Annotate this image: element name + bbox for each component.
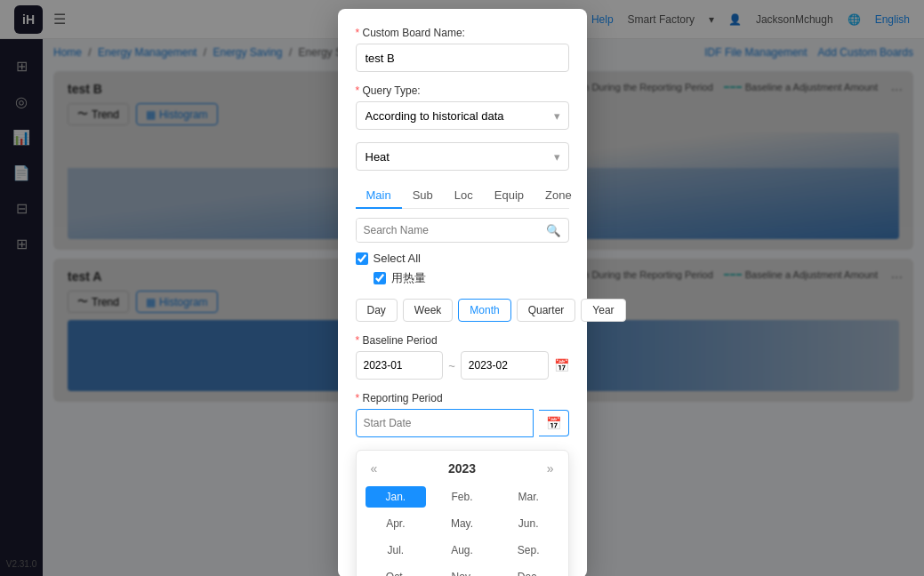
energy-type-select-wrap: Heat ▾: [356, 142, 569, 171]
board-name-label: * Custom Board Name:: [356, 27, 569, 39]
energy-type-group: Heat ▾: [356, 142, 569, 171]
period-year[interactable]: Year: [581, 299, 625, 322]
month-grid: Jan.Feb.Mar.Apr.May.Jun.Jul.Aug.Sep.Oct.…: [366, 486, 559, 576]
board-name-group: * Custom Board Name:: [356, 27, 569, 72]
month-cell-dec[interactable]: Dec.: [498, 566, 559, 576]
tab-zone[interactable]: Zone: [534, 183, 583, 209]
query-type-label: * Query Type:: [356, 84, 569, 97]
reporting-start-input[interactable]: [356, 409, 534, 437]
query-type-select-wrap: According to historical data ▾: [356, 101, 569, 130]
period-buttons: Day Week Month Quarter Year: [356, 299, 569, 322]
baseline-start-input[interactable]: [356, 351, 444, 380]
month-cell-jun[interactable]: Jun.: [498, 513, 559, 534]
month-cell-jul[interactable]: Jul.: [366, 540, 427, 561]
baseline-end-wrap: [461, 351, 549, 380]
year-picker-header: « 2023 »: [366, 460, 559, 477]
filter-tabs: Main Sub Loc Equip Zone: [356, 183, 569, 209]
period-week[interactable]: Week: [403, 299, 453, 322]
calendar-icon[interactable]: 📅: [554, 358, 569, 372]
year-next-btn[interactable]: »: [542, 460, 559, 477]
baseline-start-wrap: [356, 351, 444, 380]
month-cell-nov[interactable]: Nov.: [431, 566, 493, 576]
month-cell-oct[interactable]: Oct.: [366, 566, 427, 576]
select-all-checkbox[interactable]: [356, 252, 368, 265]
tab-equip[interactable]: Equip: [484, 183, 534, 209]
date-separator: ~: [448, 359, 455, 372]
month-cell-jan[interactable]: Jan.: [366, 486, 427, 508]
period-day[interactable]: Day: [356, 299, 398, 322]
modal-dialog: * Custom Board Name: * Query Type: Accor…: [338, 9, 587, 576]
period-quarter[interactable]: Quarter: [517, 299, 576, 322]
search-row: 🔍: [356, 218, 569, 243]
tab-sub[interactable]: Sub: [402, 183, 444, 209]
baseline-period-label: * Baseline Period: [356, 334, 569, 347]
modal-overlay: * Custom Board Name: * Query Type: Accor…: [0, 0, 924, 576]
query-type-group: * Query Type: According to historical da…: [356, 84, 569, 130]
month-cell-mar[interactable]: Mar.: [498, 486, 559, 508]
period-month[interactable]: Month: [458, 299, 510, 322]
baseline-date-range: ~ 📅: [356, 351, 569, 380]
energy-type-select[interactable]: Heat: [356, 142, 569, 171]
item-checkbox[interactable]: [374, 272, 386, 284]
select-all-item: Select All: [356, 252, 569, 265]
tab-main[interactable]: Main: [356, 183, 402, 209]
board-name-input[interactable]: [356, 44, 569, 72]
month-cell-aug[interactable]: Aug.: [431, 540, 493, 561]
baseline-period-group: * Baseline Period ~ 📅: [356, 334, 569, 380]
tab-loc[interactable]: Loc: [444, 183, 484, 209]
search-input[interactable]: [357, 219, 539, 242]
select-all-label: Select All: [374, 252, 421, 265]
query-type-select[interactable]: According to historical data: [356, 101, 569, 130]
reporting-period-group: * Reporting Period 📅: [356, 392, 569, 437]
reporting-period-label: * Reporting Period: [356, 392, 569, 404]
reporting-calendar-icon[interactable]: 📅: [539, 410, 569, 436]
checkbox-group: Select All 用热量: [356, 252, 569, 286]
year-label: 2023: [448, 461, 476, 476]
item-checkbox-group: 用热量: [374, 270, 569, 286]
year-prev-btn[interactable]: «: [366, 460, 383, 477]
month-cell-apr[interactable]: Apr.: [366, 513, 427, 534]
month-cell-sep[interactable]: Sep.: [498, 540, 559, 561]
search-button[interactable]: 🔍: [539, 224, 568, 237]
item-label: 用热量: [391, 270, 426, 286]
reporting-input-row: 📅: [356, 409, 569, 437]
month-cell-feb[interactable]: Feb.: [431, 486, 493, 508]
month-cell-may[interactable]: May.: [431, 513, 493, 534]
req-mark: *: [356, 27, 363, 39]
year-month-picker: « 2023 » Jan.Feb.Mar.Apr.May.Jun.Jul.Aug…: [356, 450, 569, 576]
baseline-end-input[interactable]: [461, 351, 549, 380]
